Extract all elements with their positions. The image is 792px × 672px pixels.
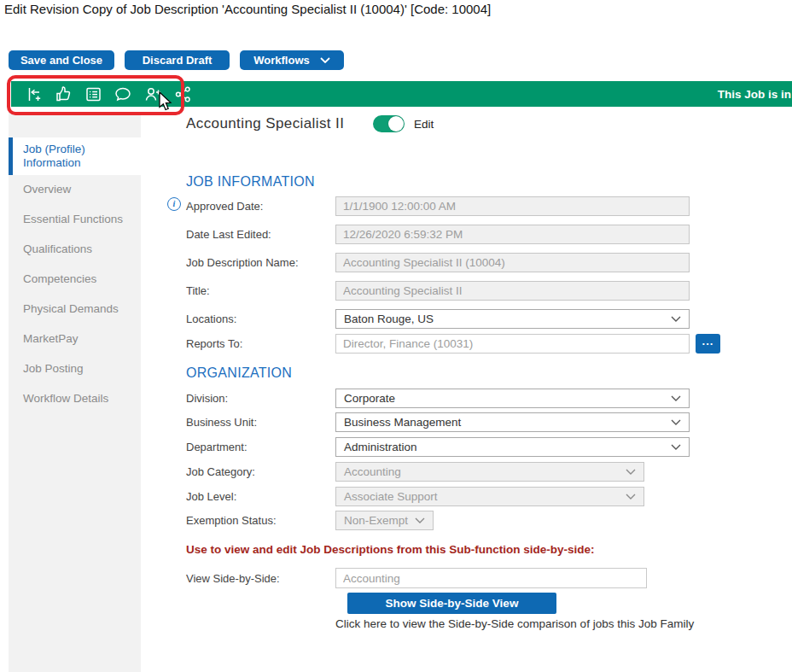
approved-date-field xyxy=(335,196,690,216)
job-information-section-title: JOB INFORMATION xyxy=(186,174,315,190)
chevron-down-icon xyxy=(415,517,425,523)
action-toolbar: Save and Close Discard Draft Workflows xyxy=(9,50,344,70)
list-icon[interactable] xyxy=(84,85,102,103)
job-title-heading: Accounting Specialist II xyxy=(186,115,344,132)
business-unit-value: Business Management xyxy=(344,416,461,429)
add-person-icon[interactable] xyxy=(143,85,162,103)
locations-select[interactable]: Baton Rouge, US xyxy=(335,309,690,329)
title-label: Title: xyxy=(186,284,335,297)
job-category-select: Accounting xyxy=(335,462,644,482)
page-title: Edit Revision Copy of Job Description 'A… xyxy=(4,2,491,16)
chevron-down-icon xyxy=(671,444,681,450)
locations-label: Locations: xyxy=(186,313,335,325)
sidebar-nav: Job (Profile) Information Overview Essen… xyxy=(9,112,141,672)
reports-to-label: Reports To: xyxy=(186,337,335,350)
job-level-value: Associate Support xyxy=(344,490,438,503)
status-bar: This Job is in xyxy=(11,81,792,107)
workflows-label: Workflows xyxy=(253,54,310,67)
chevron-down-icon xyxy=(626,469,636,475)
info-icon[interactable]: i xyxy=(167,197,181,211)
comment-icon[interactable] xyxy=(114,85,132,103)
job-description-editor: Edit Revision Copy of Job Description 'A… xyxy=(0,0,792,672)
job-level-label: Job Level: xyxy=(186,490,335,503)
sidebar-item-job-posting[interactable]: Job Posting xyxy=(9,362,141,375)
sidebar-item-qualifications[interactable]: Qualifications xyxy=(9,243,141,255)
locations-value: Baton Rouge, US xyxy=(344,313,434,325)
sidebar-item-overview[interactable]: Overview xyxy=(9,183,141,196)
approved-date-label: Approved Date: xyxy=(186,200,335,213)
exemption-status-value: Non-Exempt xyxy=(344,514,408,527)
share-icon[interactable] xyxy=(173,85,192,103)
sidebar-item-marketpay[interactable]: MarketPay xyxy=(9,332,141,345)
chevron-down-icon xyxy=(626,494,636,500)
job-category-value: Accounting xyxy=(344,465,401,478)
division-label: Division: xyxy=(186,392,335,405)
department-row: Department: Administration xyxy=(186,437,690,457)
date-last-edited-label: Date Last Edited: xyxy=(186,228,335,241)
toggle-knob xyxy=(388,116,404,131)
exemption-status-row: Exemption Status: Non-Exempt xyxy=(186,511,434,530)
status-message: This Job is in xyxy=(718,88,792,101)
sidebar-item-physical-demands[interactable]: Physical Demands xyxy=(9,302,141,315)
show-side-by-side-button[interactable]: Show Side-by-Side View xyxy=(347,593,556,614)
exemption-status-label: Exemption Status: xyxy=(186,514,335,527)
view-side-by-side-row: View Side-by-Side: xyxy=(186,568,647,588)
division-select[interactable]: Corporate xyxy=(335,389,690,408)
approved-date-row: Approved Date: xyxy=(186,196,690,216)
locations-row: Locations: Baton Rouge, US xyxy=(186,309,690,329)
edit-toggle-label: Edit xyxy=(414,118,434,131)
view-side-by-side-input[interactable] xyxy=(335,568,647,588)
side-by-side-instruction: Use to view and edit Job Descriptions fr… xyxy=(186,543,595,556)
organization-section-title: ORGANIZATION xyxy=(186,365,292,381)
title-field xyxy=(335,281,690,301)
date-last-edited-field xyxy=(335,225,690,244)
date-last-edited-row: Date Last Edited: xyxy=(186,225,690,244)
job-description-name-label: Job Description Name: xyxy=(186,256,335,269)
job-level-select: Associate Support xyxy=(335,487,644,506)
chevron-down-icon xyxy=(671,419,681,425)
sidebar-item-essential-functions[interactable]: Essential Functions xyxy=(9,213,141,225)
job-category-label: Job Category: xyxy=(186,465,335,478)
job-level-row: Job Level: Associate Support xyxy=(186,487,644,506)
edit-toggle[interactable] xyxy=(373,115,405,132)
sidebar-item-competencies[interactable]: Competencies xyxy=(9,272,141,285)
status-bar-icons xyxy=(24,85,192,103)
chevron-down-icon xyxy=(320,57,330,63)
department-select[interactable]: Administration xyxy=(335,437,690,457)
department-label: Department: xyxy=(186,441,335,453)
collapse-add-icon[interactable] xyxy=(24,85,43,103)
job-description-name-field xyxy=(335,253,690,272)
chevron-down-icon xyxy=(671,316,681,322)
division-row: Division: Corporate xyxy=(186,389,690,408)
division-value: Corporate xyxy=(344,392,395,405)
discard-draft-button[interactable]: Discard Draft xyxy=(125,50,230,70)
sidebar-item-job-profile-information[interactable]: Job (Profile) Information xyxy=(9,137,141,175)
job-description-name-row: Job Description Name: xyxy=(186,253,690,272)
workflows-button[interactable]: Workflows xyxy=(240,50,344,70)
reports-to-field[interactable] xyxy=(335,334,690,354)
business-unit-select[interactable]: Business Management xyxy=(335,412,690,432)
chevron-down-icon xyxy=(671,395,681,401)
sidebar-item-workflow-details[interactable]: Workflow Details xyxy=(9,392,141,405)
business-unit-row: Business Unit: Business Management xyxy=(186,412,690,432)
title-row: Title: xyxy=(186,281,690,301)
reports-to-lookup-button[interactable]: ... xyxy=(696,334,720,354)
business-unit-label: Business Unit: xyxy=(186,416,335,429)
exemption-status-select: Non-Exempt xyxy=(335,511,434,530)
view-side-by-side-label: View Side-by-Side: xyxy=(186,572,335,585)
side-by-side-note: Click here to view the Side-by-Side comp… xyxy=(335,617,694,630)
job-category-row: Job Category: Accounting xyxy=(186,462,644,482)
thumbs-up-icon[interactable] xyxy=(54,85,73,103)
save-and-close-button[interactable]: Save and Close xyxy=(9,50,114,70)
reports-to-row: Reports To: ... xyxy=(186,334,720,354)
department-value: Administration xyxy=(344,441,417,453)
